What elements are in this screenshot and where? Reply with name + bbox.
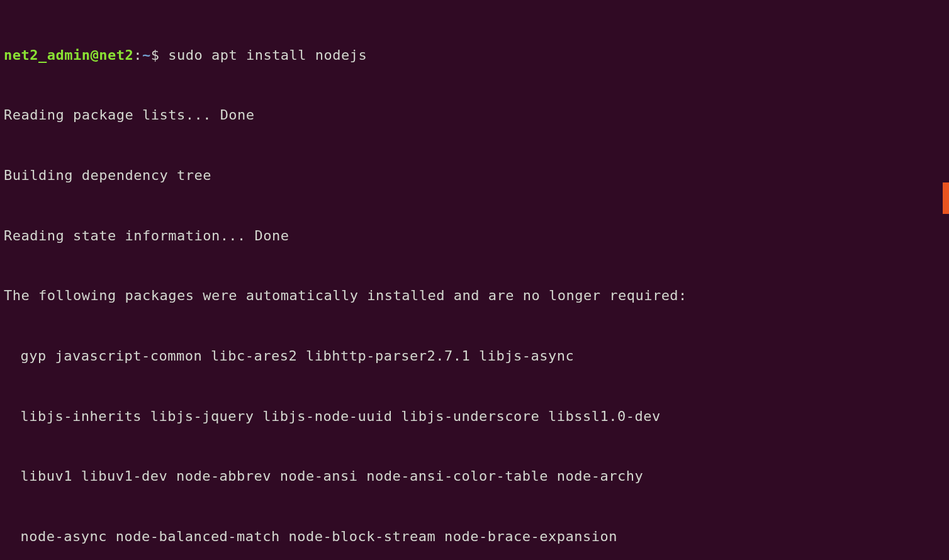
prompt-dollar: $ [151, 47, 160, 63]
package-list-line: node-async node-balanced-match node-bloc… [4, 527, 945, 547]
scrollbar-thumb[interactable] [943, 182, 949, 214]
package-list-line: libjs-inherits libjs-jquery libjs-node-u… [4, 406, 945, 427]
prompt-colon: : [133, 47, 142, 63]
output-auto-installed-header: The following packages were automaticall… [4, 286, 945, 306]
output-building-dependency-tree: Building dependency tree [4, 165, 945, 186]
prompt-host: net2 [99, 47, 133, 63]
output-reading-state-information: Reading state information... Done [4, 226, 945, 246]
package-list-line: libuv1 libuv1-dev node-abbrev node-ansi … [4, 466, 945, 486]
package-list-line: gyp javascript-common libc-ares2 libhttp… [4, 346, 945, 366]
prompt-at: @ [90, 47, 99, 63]
terminal-output[interactable]: net2_admin@net2:~$ sudo apt install node… [4, 5, 945, 560]
prompt-line: net2_admin@net2:~$ sudo apt install node… [4, 45, 945, 65]
prompt-user: net2_admin [4, 47, 90, 63]
output-reading-package-lists: Reading package lists... Done [4, 105, 945, 125]
command-text: sudo apt install nodejs [168, 47, 367, 63]
prompt-path: ~ [142, 47, 151, 63]
